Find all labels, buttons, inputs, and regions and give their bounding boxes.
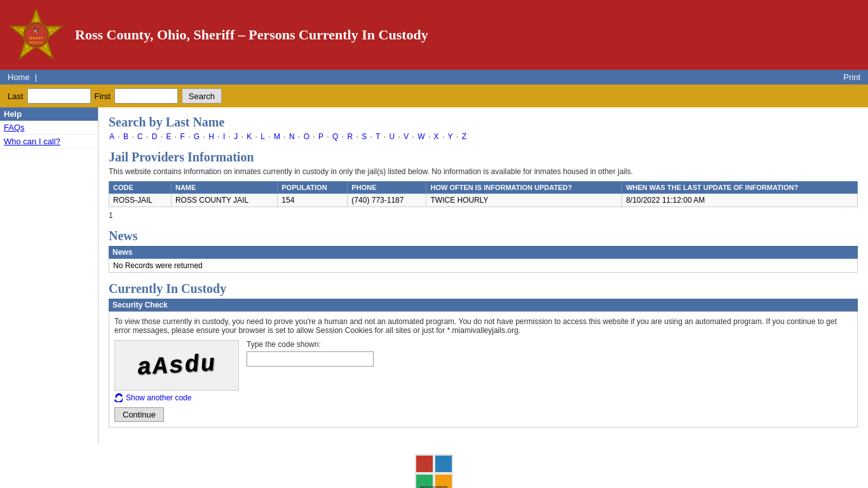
table-cell-phone: (740) 773-1187 <box>348 194 426 207</box>
alphabet-separator: · <box>130 132 136 141</box>
alphabet-link-F[interactable]: F <box>180 132 184 141</box>
svg-text:ROSS CO.: ROSS CO. <box>29 41 43 44</box>
alphabet-link-J[interactable]: J <box>234 132 238 141</box>
security-check-body: To view those currently in custody, you … <box>109 311 858 428</box>
first-name-label: First <box>95 92 111 101</box>
alphabet-link-E[interactable]: E <box>166 132 171 141</box>
alphabet-row: A · B · C · D · E · F · G · H · I · J · … <box>109 132 858 141</box>
show-another-code-link[interactable]: Show another code <box>114 393 239 402</box>
search-heading: Search by Last Name <box>109 115 858 130</box>
alphabet-link-C[interactable]: C <box>137 132 143 141</box>
alphabet-link-G[interactable]: G <box>194 132 200 141</box>
table-cell-last_update: 8/10/2022 11:12:00 AM <box>622 194 858 207</box>
alphabet-link-W[interactable]: W <box>417 132 424 141</box>
alphabet-separator: · <box>226 132 233 141</box>
alphabet-separator: · <box>311 132 317 141</box>
alphabet-link-Y[interactable]: Y <box>448 132 453 141</box>
alphabet-separator: · <box>158 132 165 141</box>
svg-text:MONTGOMERY: MONTGOMERY <box>420 485 448 488</box>
svg-rect-9 <box>435 456 452 472</box>
main-layout: Help FAQs Who can I call? Search by Last… <box>0 107 868 444</box>
alphabet-link-D[interactable]: D <box>152 132 158 141</box>
search-section: Search by Last Name A · B · C · D · E · … <box>109 115 858 141</box>
table-header: CODE <box>109 182 172 194</box>
alphabet-link-Z[interactable]: Z <box>462 132 466 141</box>
captcha-text: aAsdu <box>136 349 218 381</box>
table-header: WHEN WAS THE LAST UPDATE OF INFORMATION? <box>622 182 858 194</box>
table-header: NAME <box>171 182 277 194</box>
alphabet-separator: · <box>215 132 222 141</box>
search-bar: Last First Search <box>0 85 868 107</box>
alphabet-link-R[interactable]: R <box>347 132 353 141</box>
montgomery-county-logo: MONTGOMERY COUNTY <box>415 454 453 488</box>
alphabet-link-K[interactable]: K <box>247 132 252 141</box>
captcha-image: aAsdu <box>114 340 239 391</box>
content-area: Search by Last Name A · B · C · D · E · … <box>98 107 868 444</box>
alphabet-link-I[interactable]: I <box>223 132 225 141</box>
alphabet-link-V[interactable]: V <box>403 132 409 141</box>
alphabet-link-B[interactable]: B <box>123 132 128 141</box>
sidebar-faqs-link[interactable]: FAQs <box>0 121 98 135</box>
alphabet-link-U[interactable]: U <box>390 132 395 141</box>
alphabet-separator: · <box>144 132 151 141</box>
alphabet-separator: · <box>454 132 461 141</box>
print-link[interactable]: Print <box>843 72 860 82</box>
nav-separator: | <box>35 72 37 82</box>
alphabet-separator: · <box>339 132 346 141</box>
refresh-icon <box>114 393 123 402</box>
security-check-bar: Security Check <box>109 299 858 311</box>
alphabet-link-H[interactable]: H <box>208 132 214 141</box>
alphabet-link-O[interactable]: O <box>304 132 309 141</box>
header: 🦅 SHERIFF ROSS CO. Ross County, Ohio, Sh… <box>0 0 868 70</box>
alphabet-link-T[interactable]: T <box>376 132 380 141</box>
alphabet-separator: · <box>201 132 207 141</box>
svg-text:SHERIFF: SHERIFF <box>29 36 44 40</box>
home-link[interactable]: Home <box>8 72 30 82</box>
alphabet-link-N[interactable]: N <box>289 132 295 141</box>
search-first-input[interactable] <box>114 88 178 104</box>
custody-heading: Currently In Custody <box>109 281 858 296</box>
alphabet-link-A[interactable]: A <box>109 132 114 141</box>
alphabet-separator: · <box>354 132 360 141</box>
navbar: Home | Print <box>0 70 868 85</box>
captcha-right: Type the code shown: <box>247 340 374 367</box>
jail-providers-description: This website contains information on inm… <box>109 167 858 176</box>
sidebar-who-link[interactable]: Who can I call? <box>0 135 98 149</box>
jail-table-head: CODENAMEPOPULATIONPHONEHOW OFTEN IS INFO… <box>109 182 858 194</box>
alphabet-separator: · <box>410 132 416 141</box>
svg-rect-8 <box>416 456 433 472</box>
alphabet-separator: · <box>266 132 273 141</box>
table-cell-name: ROSS COUNTY JAIL <box>171 194 277 207</box>
custody-section: Currently In Custody Security Check To v… <box>109 281 858 428</box>
alphabet-separator: · <box>296 132 302 141</box>
alphabet-link-M[interactable]: M <box>274 132 280 141</box>
search-button[interactable]: Search <box>182 88 222 104</box>
alphabet-separator: · <box>426 132 433 141</box>
footer: MONTGOMERY COUNTY ©2001- 2022 Board of C… <box>0 444 868 488</box>
alphabet-link-X[interactable]: X <box>434 132 439 141</box>
page-title: Ross County, Ohio, Sheriff – Persons Cur… <box>75 27 428 43</box>
table-header: POPULATION <box>278 182 348 194</box>
alphabet-separator: · <box>396 132 402 141</box>
table-row-count: 1 <box>109 211 858 220</box>
news-bar: News <box>109 246 858 259</box>
captcha-prompt-label: Type the code shown: <box>247 340 374 349</box>
captcha-input[interactable] <box>247 351 374 367</box>
alphabet-separator: · <box>239 132 245 141</box>
jail-providers-section: Jail Providers Information This website … <box>109 150 858 220</box>
alphabet-link-L[interactable]: L <box>261 132 265 141</box>
last-name-label: Last <box>8 92 24 101</box>
jail-providers-heading: Jail Providers Information <box>109 150 858 165</box>
alphabet-link-S[interactable]: S <box>362 132 367 141</box>
search-last-input[interactable] <box>27 88 91 104</box>
sidebar-help-header: Help <box>0 107 98 121</box>
alphabet-link-Q[interactable]: Q <box>332 132 338 141</box>
alphabet-separator: · <box>325 132 331 141</box>
alphabet-link-P[interactable]: P <box>318 132 323 141</box>
continue-button[interactable]: Continue <box>114 407 164 422</box>
alphabet-separator: · <box>253 132 259 141</box>
table-cell-code: ROSS-JAIL <box>109 194 172 207</box>
jail-table-body: ROSS-JAILROSS COUNTY JAIL154(740) 773-11… <box>109 194 858 207</box>
table-header: PHONE <box>348 182 426 194</box>
security-check-inner: aAsdu Show another code Type the code sh… <box>114 340 852 402</box>
